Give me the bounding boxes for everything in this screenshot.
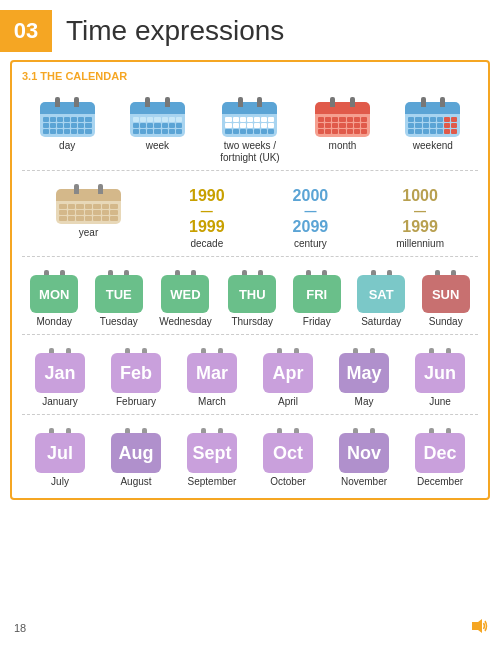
label-fri: Friday (303, 316, 331, 328)
item-thu: THU Thursday (228, 269, 276, 328)
item-aug: Aug August (111, 427, 161, 488)
content-box: 3.1 THE CALENDAR (10, 60, 490, 500)
page-number: 18 (14, 622, 26, 634)
item-mar: Mar March (187, 347, 237, 408)
label-week: week (146, 140, 169, 152)
label-jan: January (42, 396, 78, 408)
section-name: THE CALENDAR (40, 70, 127, 82)
item-may: May May (339, 347, 389, 408)
label-year: year (79, 227, 98, 239)
label-dec: December (417, 476, 463, 488)
item-wed: WED Wednesday (159, 269, 212, 328)
item-weekend: weekend (405, 96, 460, 152)
label-day: day (59, 140, 75, 152)
item-dec: Dec December (415, 427, 465, 488)
label-sept: September (188, 476, 237, 488)
svg-marker-0 (472, 619, 482, 633)
item-jul: Jul July (35, 427, 85, 488)
label-may: May (355, 396, 374, 408)
row-long-periods: year 1990 — 1999 decade 2000 — 2099 cent… (22, 177, 478, 250)
page: 03 Time expressions 3.1 THE CALENDAR (0, 0, 500, 640)
millennium-dash: — (402, 205, 438, 218)
decade-bottom: 1999 (189, 218, 225, 236)
label-wed: Wednesday (159, 316, 212, 328)
label-century: century (294, 238, 327, 250)
chapter-title: Time expressions (66, 15, 284, 47)
section-number: 3.1 (22, 70, 37, 82)
century-bottom: 2099 (293, 218, 329, 236)
audio-icon[interactable] (468, 616, 488, 636)
item-fri: FRI Friday (293, 269, 341, 328)
item-decade: 1990 — 1999 decade (189, 183, 225, 250)
label-apr: April (278, 396, 298, 408)
label-sun: Sunday (429, 316, 463, 328)
label-sat: Saturday (361, 316, 401, 328)
label-jul: July (51, 476, 69, 488)
row-months-1: Jan January Feb February Mar March (22, 341, 478, 408)
century-dash: — (293, 205, 329, 218)
label-decade: decade (190, 238, 223, 250)
section-title: 3.1 THE CALENDAR (22, 70, 478, 82)
label-millennium: millennium (396, 238, 444, 250)
decade-dash: — (189, 205, 225, 218)
row-timescales: day (22, 88, 478, 164)
chapter-header: 03 Time expressions (0, 0, 500, 60)
item-year: year (56, 183, 121, 239)
decade-years: 1990 — 1999 (189, 187, 225, 235)
row-weekdays: MON Monday TUE Tuesday WED Wednesday (22, 263, 478, 328)
item-jan: Jan January (35, 347, 85, 408)
millennium-bottom: 1999 (402, 218, 438, 236)
item-feb: Feb February (111, 347, 161, 408)
item-century: 2000 — 2099 century (293, 183, 329, 250)
label-oct: October (270, 476, 306, 488)
row-months-2: Jul July Aug August Sept September (22, 421, 478, 488)
label-month: month (329, 140, 357, 152)
item-day: day (40, 96, 95, 152)
item-sept: Sept September (187, 427, 237, 488)
label-feb: February (116, 396, 156, 408)
item-apr: Apr April (263, 347, 313, 408)
item-sat: SAT Saturday (357, 269, 405, 328)
item-week: week (130, 96, 185, 152)
label-fortnight: two weeks / fortnight (UK) (220, 140, 279, 164)
item-millennium: 1000 — 1999 millennium (396, 183, 444, 250)
label-mar: March (198, 396, 226, 408)
item-fortnight: two weeks / fortnight (UK) (220, 96, 279, 164)
millennium-years: 1000 — 1999 (402, 187, 438, 235)
item-nov: Nov November (339, 427, 389, 488)
item-month: month (315, 96, 370, 152)
label-aug: August (120, 476, 151, 488)
label-nov: November (341, 476, 387, 488)
chapter-number: 03 (0, 10, 52, 52)
item-jun: Jun June (415, 347, 465, 408)
item-oct: Oct October (263, 427, 313, 488)
item-mon: MON Monday (30, 269, 78, 328)
item-tue: TUE Tuesday (95, 269, 143, 328)
label-mon: Monday (36, 316, 72, 328)
century-years: 2000 — 2099 (293, 187, 329, 235)
label-thu: Thursday (231, 316, 273, 328)
millennium-top: 1000 (402, 187, 438, 205)
label-tue: Tuesday (100, 316, 138, 328)
item-sun: SUN Sunday (422, 269, 470, 328)
label-weekend: weekend (413, 140, 453, 152)
century-top: 2000 (293, 187, 329, 205)
decade-top: 1990 (189, 187, 225, 205)
label-jun: June (429, 396, 451, 408)
